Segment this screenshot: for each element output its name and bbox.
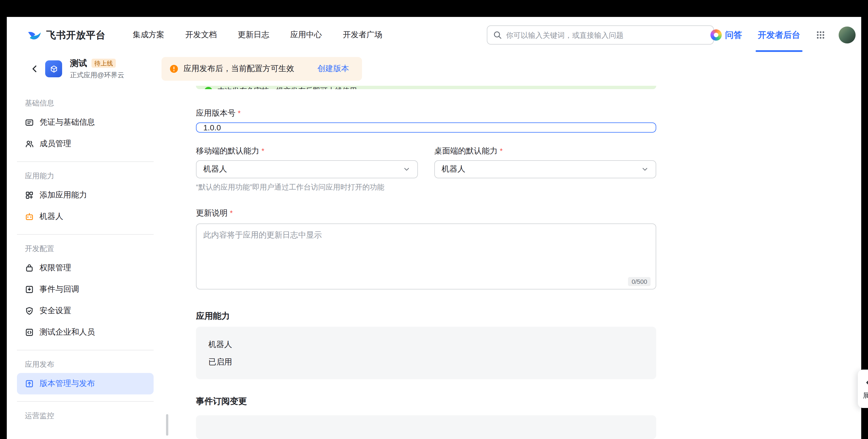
credential-icon [25, 118, 34, 127]
status-badge: 待上线 [92, 59, 116, 68]
release-icon [25, 379, 34, 388]
sidebar-item-security[interactable]: 安全设置 [17, 300, 154, 322]
sidebar-item-label: 添加应用能力 [39, 190, 87, 200]
desktop-capability-select[interactable]: 机器人 [434, 160, 656, 178]
sidebar-divider [17, 401, 154, 402]
top-navbar: 飞书开放平台 集成方案 开发文档 更新日志 应用中心 开发者广场 [7, 17, 861, 53]
sidebar-scrollbar-thumb[interactable] [166, 414, 168, 436]
nav-item-changelog[interactable]: 更新日志 [238, 30, 269, 40]
success-banner: 本次发布免审核，提交发布后即可上线使用 [196, 86, 656, 89]
sidebar-divider [17, 350, 154, 350]
app-subheader: 测试 待上线 正式应用@环界云 应用发布后，当前配置方可生效 创建版本 [7, 53, 861, 85]
permission-icon [25, 264, 34, 273]
sidebar-item-label: 版本管理与发布 [39, 379, 95, 389]
app-capability-panel: 机器人 已启用 [196, 327, 656, 379]
capability-name: 机器人 [208, 339, 644, 350]
main-content: 本次发布免审核，提交发布后即可上线使用 应用版本号 移动端的默认能力 机器人 [196, 85, 656, 439]
publish-warning-banner: 应用发布后，当前配置方可生效 创建版本 [161, 57, 362, 81]
sidebar-divider [17, 234, 154, 235]
desktop-capability-value: 机器人 [442, 164, 465, 174]
robot-icon [25, 212, 34, 221]
qa-label: 问答 [725, 30, 742, 40]
security-icon [25, 306, 34, 315]
navbar-right: 问答 开发者后台 [710, 17, 856, 53]
sidebar-item-label: 机器人 [39, 212, 63, 222]
version-input[interactable] [196, 123, 656, 133]
sidebar: 基础信息 凭证与基础信息 成员管理 应用能力 [7, 85, 154, 439]
sidebar-section-basic-info: 基础信息 [17, 98, 154, 108]
search-input[interactable] [506, 31, 708, 39]
page: 飞书开放平台 集成方案 开发文档 更新日志 应用中心 开发者广场 [7, 17, 861, 439]
qa-colorful-icon [710, 29, 722, 41]
members-icon [25, 139, 34, 148]
sidebar-section-release: 应用发布 [17, 360, 154, 370]
global-search[interactable] [487, 25, 714, 44]
app-subtitle: 正式应用@环界云 [70, 70, 155, 80]
sidebar-section-dev-config: 开发配置 [17, 244, 154, 254]
sidebar-item-events[interactable]: 事件与回调 [17, 279, 154, 300]
feishu-logo-icon [27, 28, 42, 42]
mobile-capability-value: 机器人 [203, 164, 227, 174]
event-subscription-panel [196, 415, 656, 439]
sidebar-item-permissions[interactable]: 权限管理 [17, 257, 154, 279]
sidebar-section-monitoring: 运营监控 [17, 411, 154, 421]
success-check-icon [204, 86, 213, 89]
sidebar-item-members[interactable]: 成员管理 [17, 133, 154, 155]
nav-item-app-center[interactable]: 应用中心 [290, 30, 322, 40]
qa-button[interactable]: 问答 [710, 29, 742, 41]
apps-grid-icon[interactable] [816, 31, 825, 39]
desktop-capability-label: 桌面端的默认能力 [434, 145, 656, 157]
event-icon [25, 285, 34, 294]
feishu-logo[interactable]: 飞书开放平台 [27, 28, 105, 42]
sidebar-item-version-release[interactable]: 版本管理与发布 [17, 373, 154, 395]
app-icon [45, 60, 62, 77]
char-counter: 0/500 [628, 277, 651, 286]
add-capability-icon [25, 191, 34, 200]
nav-item-dev-plaza[interactable]: 开发者广场 [343, 30, 382, 40]
warning-icon [169, 64, 179, 73]
warning-text: 应用发布后，当前配置方可生效 [184, 64, 294, 74]
app-title-block: 测试 待上线 正式应用@环界云 [70, 58, 155, 80]
primary-nav: 集成方案 开发文档 更新日志 应用中心 开发者广场 [133, 30, 382, 40]
create-version-link[interactable]: 创建版本 [317, 64, 349, 74]
logo-text: 飞书开放平台 [46, 29, 105, 41]
version-field-label: 应用版本号 [196, 107, 656, 119]
search-icon [493, 31, 502, 39]
chevron-down-icon [641, 165, 649, 173]
sidebar-item-credentials[interactable]: 凭证与基础信息 [17, 112, 154, 133]
sidebar-item-label: 测试企业和人员 [39, 327, 95, 337]
app-name: 测试 [70, 58, 87, 69]
success-banner-text: 本次发布免审核，提交发布后即可上线使用 [217, 86, 357, 89]
update-notes-label: 更新说明 [196, 207, 656, 219]
sidebar-divider [17, 161, 154, 162]
event-subscription-title: 事件订阅变更 [196, 395, 656, 407]
chevron-down-icon [403, 165, 410, 173]
sidebar-section-capabilities: 应用能力 [17, 171, 154, 181]
capability-status: 已启用 [208, 356, 644, 367]
sidebar-item-label: 成员管理 [39, 139, 71, 149]
sidebar-item-add-capability[interactable]: 添加应用能力 [17, 184, 154, 206]
tab-developer-console[interactable]: 开发者后台 [758, 30, 800, 40]
capability-hint: “默认的应用功能”即用户通过工作台访问应用时打开的功能 [196, 182, 656, 193]
sidebar-item-label: 凭证与基础信息 [39, 117, 95, 128]
sidebar-item-label: 事件与回调 [39, 284, 79, 295]
user-avatar[interactable] [839, 27, 856, 43]
update-notes-textarea[interactable] [196, 224, 656, 290]
double-chevron-left-icon [865, 377, 868, 387]
nav-item-integration[interactable]: 集成方案 [133, 30, 164, 40]
app-capability-title: 应用能力 [196, 310, 656, 322]
sidebar-item-bot[interactable]: 机器人 [17, 206, 154, 227]
expand-panel-button[interactable]: 展开 [858, 370, 868, 408]
mobile-capability-label: 移动端的默认能力 [196, 145, 418, 157]
sidebar-item-label: 安全设置 [39, 306, 71, 316]
nav-item-docs[interactable]: 开发文档 [185, 30, 217, 40]
back-button[interactable] [29, 63, 40, 74]
sidebar-item-test-org[interactable]: 测试企业和人员 [17, 322, 154, 343]
expand-label: 展开 [863, 391, 868, 400]
sidebar-item-label: 权限管理 [39, 263, 71, 273]
test-org-icon [25, 328, 34, 337]
mobile-capability-select[interactable]: 机器人 [196, 160, 418, 178]
